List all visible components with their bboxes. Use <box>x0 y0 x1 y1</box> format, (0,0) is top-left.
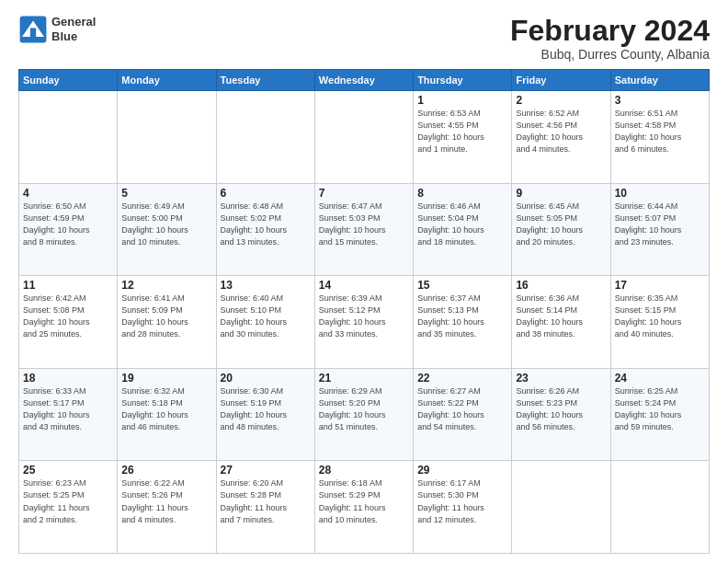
day-number: 17 <box>615 279 705 292</box>
day-info: Sunrise: 6:26 AM Sunset: 5:23 PM Dayligh… <box>516 385 606 433</box>
day-info: Sunrise: 6:47 AM Sunset: 5:03 PM Dayligh… <box>319 201 409 248</box>
day-info: Sunrise: 6:49 AM Sunset: 5:00 PM Dayligh… <box>121 201 211 248</box>
calendar-cell: 18Sunrise: 6:33 AM Sunset: 5:17 PM Dayli… <box>19 368 118 461</box>
day-info: Sunrise: 6:48 AM Sunset: 5:02 PM Dayligh… <box>221 201 311 248</box>
day-number: 3 <box>615 94 705 107</box>
calendar-cell: 2Sunrise: 6:52 AM Sunset: 4:56 PM Daylig… <box>512 91 610 184</box>
day-number: 18 <box>23 372 113 385</box>
day-number: 8 <box>417 187 507 200</box>
calendar-cell: 9Sunrise: 6:45 AM Sunset: 5:05 PM Daylig… <box>512 183 610 276</box>
day-info: Sunrise: 6:51 AM Sunset: 4:58 PM Dayligh… <box>615 108 705 155</box>
calendar-week-3: 11Sunrise: 6:42 AM Sunset: 5:08 PM Dayli… <box>19 276 710 369</box>
calendar-cell: 27Sunrise: 6:20 AM Sunset: 5:28 PM Dayli… <box>216 461 314 554</box>
calendar-cell: 22Sunrise: 6:27 AM Sunset: 5:22 PM Dayli… <box>414 368 512 461</box>
logo-icon <box>18 15 48 44</box>
day-info: Sunrise: 6:46 AM Sunset: 5:04 PM Dayligh… <box>417 201 507 248</box>
calendar-cell: 24Sunrise: 6:25 AM Sunset: 5:24 PM Dayli… <box>610 368 709 461</box>
calendar-cell <box>314 91 413 184</box>
calendar-cell: 16Sunrise: 6:36 AM Sunset: 5:14 PM Dayli… <box>512 276 610 369</box>
calendar-cell: 6Sunrise: 6:48 AM Sunset: 5:02 PM Daylig… <box>216 183 314 276</box>
day-number: 29 <box>417 464 507 477</box>
day-info: Sunrise: 6:35 AM Sunset: 5:15 PM Dayligh… <box>615 293 705 340</box>
calendar-cell: 5Sunrise: 6:49 AM Sunset: 5:00 PM Daylig… <box>118 183 216 276</box>
day-info: Sunrise: 6:23 AM Sunset: 5:25 PM Dayligh… <box>23 477 113 525</box>
calendar-cell <box>19 91 118 184</box>
day-number: 4 <box>23 187 113 200</box>
calendar-cell: 3Sunrise: 6:51 AM Sunset: 4:58 PM Daylig… <box>610 91 709 184</box>
day-info: Sunrise: 6:45 AM Sunset: 5:05 PM Dayligh… <box>516 201 606 248</box>
calendar-cell: 7Sunrise: 6:47 AM Sunset: 5:03 PM Daylig… <box>314 183 413 276</box>
header: General Blue February 2024 Bubq, Durres … <box>18 15 710 62</box>
day-number: 12 <box>121 279 211 292</box>
calendar-cell: 23Sunrise: 6:26 AM Sunset: 5:23 PM Dayli… <box>512 368 610 461</box>
day-number: 15 <box>417 279 507 292</box>
day-info: Sunrise: 6:50 AM Sunset: 4:59 PM Dayligh… <box>23 201 113 248</box>
logo-text: General Blue <box>51 15 96 43</box>
col-monday: Monday <box>118 70 216 91</box>
day-info: Sunrise: 6:22 AM Sunset: 5:26 PM Dayligh… <box>121 477 211 525</box>
logo: General Blue <box>18 15 96 44</box>
calendar-cell <box>216 91 314 184</box>
day-info: Sunrise: 6:53 AM Sunset: 4:55 PM Dayligh… <box>417 108 507 155</box>
day-number: 2 <box>516 94 606 107</box>
day-number: 6 <box>221 187 311 200</box>
calendar-cell: 8Sunrise: 6:46 AM Sunset: 5:04 PM Daylig… <box>414 183 512 276</box>
day-number: 10 <box>615 187 705 200</box>
title-location: Bubq, Durres County, Albania <box>510 47 710 62</box>
calendar-cell: 1Sunrise: 6:53 AM Sunset: 4:55 PM Daylig… <box>414 91 512 184</box>
calendar-cell: 14Sunrise: 6:39 AM Sunset: 5:12 PM Dayli… <box>314 276 413 369</box>
day-number: 23 <box>516 372 606 385</box>
day-info: Sunrise: 6:25 AM Sunset: 5:24 PM Dayligh… <box>615 385 705 433</box>
calendar-cell: 25Sunrise: 6:23 AM Sunset: 5:25 PM Dayli… <box>19 461 118 554</box>
calendar-cell: 11Sunrise: 6:42 AM Sunset: 5:08 PM Dayli… <box>19 276 118 369</box>
col-saturday: Saturday <box>610 70 709 91</box>
col-friday: Friday <box>512 70 610 91</box>
day-number: 9 <box>516 187 606 200</box>
day-number: 27 <box>221 464 311 477</box>
calendar-week-4: 18Sunrise: 6:33 AM Sunset: 5:17 PM Dayli… <box>19 368 710 461</box>
day-info: Sunrise: 6:52 AM Sunset: 4:56 PM Dayligh… <box>516 108 606 155</box>
calendar-cell: 28Sunrise: 6:18 AM Sunset: 5:29 PM Dayli… <box>314 461 413 554</box>
day-number: 16 <box>516 279 606 292</box>
col-wednesday: Wednesday <box>314 70 413 91</box>
page: General Blue February 2024 Bubq, Durres … <box>0 0 728 563</box>
calendar-cell: 15Sunrise: 6:37 AM Sunset: 5:13 PM Dayli… <box>414 276 512 369</box>
calendar-cell: 20Sunrise: 6:30 AM Sunset: 5:19 PM Dayli… <box>216 368 314 461</box>
day-number: 20 <box>221 372 311 385</box>
logo-line2: Blue <box>51 29 96 44</box>
day-info: Sunrise: 6:17 AM Sunset: 5:30 PM Dayligh… <box>417 477 507 525</box>
day-number: 28 <box>319 464 409 477</box>
day-info: Sunrise: 6:18 AM Sunset: 5:29 PM Dayligh… <box>319 477 409 525</box>
day-number: 5 <box>121 187 211 200</box>
calendar-cell: 13Sunrise: 6:40 AM Sunset: 5:10 PM Dayli… <box>216 276 314 369</box>
calendar-header-row: Sunday Monday Tuesday Wednesday Thursday… <box>19 70 710 91</box>
day-info: Sunrise: 6:39 AM Sunset: 5:12 PM Dayligh… <box>319 293 409 340</box>
day-number: 11 <box>23 279 113 292</box>
day-number: 25 <box>23 464 113 477</box>
day-info: Sunrise: 6:27 AM Sunset: 5:22 PM Dayligh… <box>417 385 507 433</box>
calendar-cell <box>512 461 610 554</box>
day-number: 14 <box>319 279 409 292</box>
calendar-cell: 19Sunrise: 6:32 AM Sunset: 5:18 PM Dayli… <box>118 368 216 461</box>
day-info: Sunrise: 6:32 AM Sunset: 5:18 PM Dayligh… <box>121 385 211 433</box>
calendar-week-1: 1Sunrise: 6:53 AM Sunset: 4:55 PM Daylig… <box>19 91 710 184</box>
day-number: 22 <box>417 372 507 385</box>
calendar-cell: 4Sunrise: 6:50 AM Sunset: 4:59 PM Daylig… <box>19 183 118 276</box>
day-number: 19 <box>121 372 211 385</box>
day-number: 21 <box>319 372 409 385</box>
calendar-cell: 10Sunrise: 6:44 AM Sunset: 5:07 PM Dayli… <box>610 183 709 276</box>
calendar-cell <box>118 91 216 184</box>
col-tuesday: Tuesday <box>216 70 314 91</box>
calendar-week-5: 25Sunrise: 6:23 AM Sunset: 5:25 PM Dayli… <box>19 461 710 554</box>
calendar-cell <box>610 461 709 554</box>
day-info: Sunrise: 6:20 AM Sunset: 5:28 PM Dayligh… <box>221 477 311 525</box>
day-info: Sunrise: 6:36 AM Sunset: 5:14 PM Dayligh… <box>516 293 606 340</box>
day-info: Sunrise: 6:30 AM Sunset: 5:19 PM Dayligh… <box>221 385 311 433</box>
logo-line1: General <box>51 15 96 29</box>
calendar-cell: 29Sunrise: 6:17 AM Sunset: 5:30 PM Dayli… <box>414 461 512 554</box>
calendar-cell: 26Sunrise: 6:22 AM Sunset: 5:26 PM Dayli… <box>118 461 216 554</box>
col-sunday: Sunday <box>19 70 118 91</box>
calendar-cell: 12Sunrise: 6:41 AM Sunset: 5:09 PM Dayli… <box>118 276 216 369</box>
day-info: Sunrise: 6:29 AM Sunset: 5:20 PM Dayligh… <box>319 385 409 433</box>
day-info: Sunrise: 6:42 AM Sunset: 5:08 PM Dayligh… <box>23 293 113 340</box>
